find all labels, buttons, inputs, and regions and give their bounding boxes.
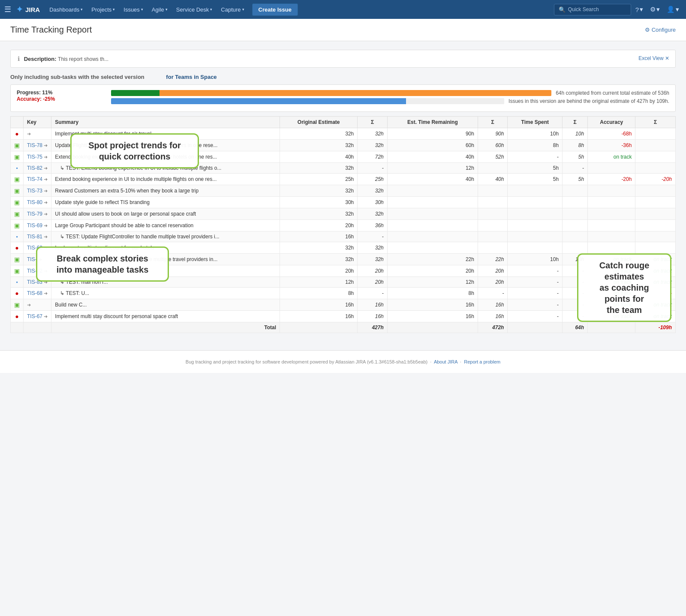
row-key[interactable]: TIS-83 ➜ [24,277,51,288]
nav-capture[interactable]: Capture ▾ [217,0,247,19]
row-key[interactable]: ➜ [24,128,51,140]
row-key[interactable]: TIS-81 ➜ [24,231,51,242]
row-key[interactable]: TIS-72 ➜ [24,265,51,277]
accuracy-info: Issues in this version are behind the or… [508,98,669,104]
nav-service-desk[interactable]: Service Desk ▾ [173,0,216,19]
row-orig-sigma: 32h [358,128,387,140]
row-icon: ▣ [11,174,24,185]
issue-key-link[interactable]: TIS-78 [27,142,42,148]
report-problem-link[interactable]: Report a problem [464,359,500,364]
nav-projects[interactable]: Projects ▾ [88,0,118,19]
settings-button[interactable]: ⚙ ▾ [647,6,662,13]
issue-key-link[interactable]: TIS-67 [27,313,42,319]
row-summary[interactable]: Implement multi stay discount for person… [51,311,280,322]
row-ts: - [508,288,563,299]
story-icon: ▣ [14,210,20,217]
issue-key-link[interactable]: TIS-80 [27,199,42,205]
row-etr: 16h [387,299,478,311]
row-summary[interactable]: Implement multi stay discount for air tr… [51,128,280,140]
row-summary[interactable]: UI should allow users to book on large o… [51,208,280,220]
row-summary[interactable]: ↳ TEST: mail non r... [51,277,280,288]
row-summary[interactable]: Extend booking experience in UI to inclu… [51,151,280,163]
row-acc-sigma: on track [635,277,676,288]
total-orig-empty [280,322,358,333]
table-row: ▪ TIS-81 ➜ ↳ TEST: Update FlightControll… [11,231,676,242]
nav-dashboards[interactable]: Dashboards ▾ [46,0,86,19]
quick-search-box[interactable]: 🔍 Quick Search [554,4,631,15]
row-summary[interactable]: Update style guide to reflect TIS brandi… [51,197,280,208]
row-summary[interactable]: ↳ TEST: Extend booking experience in UI … [51,163,280,174]
create-issue-button[interactable]: Create Issue [252,3,298,16]
jira-logo-icon: ✦ [16,5,23,14]
row-key[interactable]: TIS-78 ➜ [24,140,51,151]
row-acc-sigma [635,128,676,140]
row-key[interactable]: ➜ [24,299,51,311]
row-key[interactable]: TIS-69 ➜ [24,220,51,231]
row-key[interactable]: TIS-73 ➜ [24,185,51,197]
row-key[interactable]: TIS-80 ➜ [24,197,51,208]
row-acc: on track [588,288,635,299]
row-key[interactable]: TIS-75 ➜ [24,151,51,163]
configure-button[interactable]: ⚙ Configure [645,27,676,33]
issue-key-link[interactable]: TIS-83 [27,279,42,285]
issue-key-link[interactable]: TIS-82 [27,165,42,171]
row-key[interactable]: TIS-79 ➜ [24,208,51,220]
row-acc-sigma: on track [635,265,676,277]
row-key[interactable]: TIS-63 ➜ [24,242,51,254]
row-summary[interactable]: Extend booking experience in UI to inclu… [51,174,280,185]
row-orig: 8h [280,288,358,299]
issue-key-link[interactable]: TIS-63 [27,245,42,251]
page-title: Time Tracking Report [10,25,92,35]
row-orig-sigma: 25h [358,174,387,185]
row-key[interactable]: TIS-82 ➜ [24,163,51,174]
row-key[interactable]: TIS-68 ➜ [24,288,51,299]
row-ts: - [508,265,563,277]
row-icon: ▪ [11,231,24,242]
jira-logo-text: JIRA [25,6,40,13]
issue-key-link[interactable]: TIS-69 [27,222,42,228]
row-ts-sigma: - [563,299,588,311]
issue-key-link[interactable]: TIS-79 [27,211,42,217]
help-button[interactable]: ? ▾ [633,6,646,13]
row-summary[interactable]: Implement multi stay discount for our ho… [51,242,280,254]
row-etr-sigma: 20h [478,265,507,277]
row-summary[interactable]: ↳ TEST: U... [51,288,280,299]
row-key[interactable]: TIS- ➜ [24,254,51,265]
row-acc-sigma [635,242,676,254]
nav-agile[interactable]: Agile ▾ [148,0,171,19]
issue-key-link[interactable]: TIS-74 [27,176,42,182]
about-jira-link[interactable]: About JIRA [434,359,457,364]
row-acc-sigma: on track [635,254,676,265]
issue-key-link[interactable]: TIS-72 [27,268,42,274]
row-orig: 30h [280,197,358,208]
issue-key-link[interactable]: TIS-75 [27,154,42,160]
row-key[interactable]: TIS-67 ➜ [24,311,51,322]
row-etr [387,220,478,231]
row-summary[interactable]: Large Group Participant should be able t… [51,220,280,231]
row-summary[interactable]: Build new C... [51,299,280,311]
row-key[interactable]: TIS-74 ➜ [24,174,51,185]
row-orig: 12h [280,277,358,288]
th-icon [11,117,24,128]
issue-key-link[interactable]: TIS-68 [27,290,42,296]
row-summary[interactable]: Update FlightController to handle multip… [51,140,280,151]
story-icon: ▣ [14,153,20,160]
row-summary[interactable]: Reward Customers an extra 5-10% when the… [51,185,280,197]
row-summary[interactable]: ↳ TEST: Update FlightController to handl… [51,231,280,242]
issue-key-link[interactable]: TIS-81 [27,234,42,240]
user-menu[interactable]: 👤 ▾ [664,6,682,13]
row-acc: on track [588,151,635,163]
row-ts-sigma [563,197,588,208]
hamburger-icon[interactable]: ☰ [4,5,11,14]
issue-key-link[interactable]: TIS-73 [27,188,42,194]
row-summary[interactable]: Update LocalTransportController to handl… [51,254,280,265]
total-label: Total [51,322,280,333]
row-acc [588,242,635,254]
description-box: ℹ Description: This report shows th... E… [10,50,676,68]
issue-key-link[interactable]: TIS- [27,256,37,262]
excel-view-link[interactable]: Excel View ✕ [638,55,669,61]
table-row: ▣ TIS-74 ➜ Extend booking experience in … [11,174,676,185]
row-etr-sigma [478,197,507,208]
nav-issues[interactable]: Issues ▾ [120,0,147,19]
row-summary[interactable]: Update Loc... [51,265,280,277]
